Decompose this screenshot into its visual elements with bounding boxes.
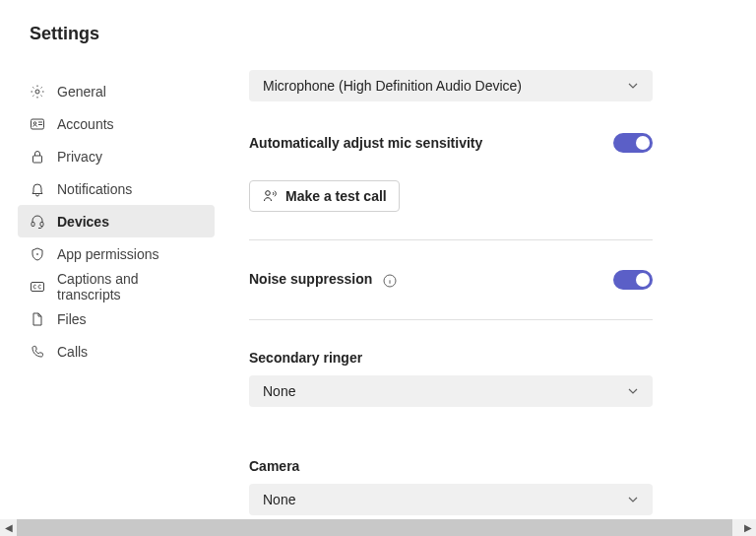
sidebar-item-privacy[interactable]: Privacy	[18, 140, 215, 172]
settings-sidebar: General Accounts Privacy Notifications D…	[18, 75, 215, 368]
sidebar-item-calls[interactable]: Calls	[18, 335, 215, 368]
auto-adjust-toggle[interactable]	[613, 133, 653, 153]
captions-icon	[30, 279, 45, 295]
svg-rect-5	[40, 222, 43, 226]
camera-value: None	[263, 492, 295, 507]
sidebar-item-devices[interactable]: Devices	[18, 205, 215, 237]
sidebar-item-accounts[interactable]: Accounts	[18, 107, 215, 140]
sidebar-item-label: Calls	[57, 344, 88, 360]
scroll-right-arrow[interactable]: ▶	[739, 519, 756, 536]
make-test-call-button[interactable]: Make a test call	[249, 180, 400, 212]
user-call-icon	[262, 188, 278, 204]
secondary-ringer-label: Secondary ringer	[249, 350, 736, 366]
horizontal-scrollbar[interactable]: ◀ ▶	[0, 519, 756, 536]
sidebar-item-label: Accounts	[57, 116, 114, 132]
lock-icon	[30, 149, 45, 165]
svg-rect-7	[32, 282, 44, 291]
accounts-icon	[30, 116, 45, 132]
camera-label: Camera	[249, 458, 736, 474]
bell-icon	[30, 181, 45, 197]
noise-suppression-label: Noise suppression	[249, 271, 372, 287]
sidebar-item-label: Devices	[57, 214, 109, 230]
chevron-down-icon	[627, 80, 639, 92]
sidebar-item-notifications[interactable]: Notifications	[18, 172, 215, 205]
phone-icon	[30, 344, 45, 360]
gear-icon	[30, 84, 45, 100]
auto-adjust-label: Automatically adjust mic sensitivity	[249, 135, 482, 151]
divider	[249, 319, 653, 320]
sidebar-item-label: Privacy	[57, 149, 102, 165]
svg-point-8	[266, 191, 271, 196]
svg-point-0	[35, 90, 39, 94]
microphone-select-value: Microphone (High Definition Audio Device…	[263, 78, 522, 94]
sidebar-item-label: General	[57, 84, 106, 100]
info-icon[interactable]	[382, 273, 398, 289]
svg-rect-3	[33, 156, 42, 163]
chevron-down-icon	[627, 494, 639, 505]
scrollbar-track[interactable]	[17, 519, 739, 536]
settings-main: Microphone (High Definition Audio Device…	[249, 0, 756, 518]
sidebar-item-label: App permissions	[57, 246, 159, 262]
sidebar-item-general[interactable]: General	[18, 75, 215, 107]
sidebar-item-label: Captions and transcripts	[57, 271, 203, 302]
sidebar-item-captions[interactable]: Captions and transcripts	[18, 270, 215, 302]
sidebar-item-label: Notifications	[57, 181, 132, 197]
divider	[249, 239, 653, 240]
settings-title: Settings	[30, 24, 99, 44]
noise-suppression-toggle[interactable]	[613, 270, 653, 290]
make-test-call-label: Make a test call	[285, 188, 387, 204]
sidebar-item-files[interactable]: Files	[18, 302, 215, 335]
svg-point-6	[37, 253, 38, 254]
scrollbar-thumb[interactable]	[17, 519, 732, 536]
sidebar-item-app-permissions[interactable]: App permissions	[18, 237, 215, 270]
scroll-left-arrow[interactable]: ◀	[0, 519, 17, 536]
secondary-ringer-value: None	[263, 383, 295, 399]
svg-rect-4	[32, 222, 34, 226]
headset-icon	[30, 214, 45, 230]
toggle-knob	[636, 273, 650, 287]
svg-point-2	[33, 121, 36, 124]
shield-icon	[30, 246, 45, 262]
file-icon	[30, 311, 45, 327]
camera-select[interactable]: None	[249, 484, 653, 515]
chevron-down-icon	[627, 385, 639, 397]
microphone-select[interactable]: Microphone (High Definition Audio Device…	[249, 70, 653, 101]
secondary-ringer-select[interactable]: None	[249, 375, 653, 407]
toggle-knob	[636, 136, 650, 150]
sidebar-item-label: Files	[57, 311, 87, 327]
